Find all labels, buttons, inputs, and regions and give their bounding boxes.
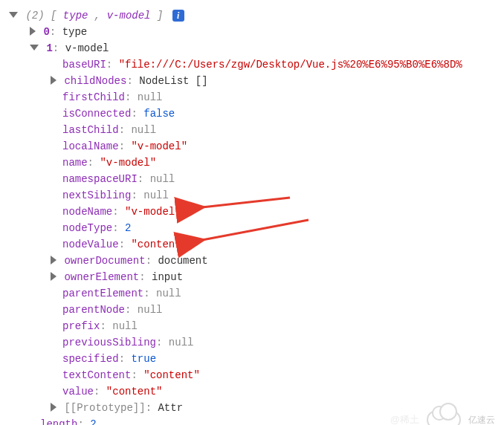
chevron-right-icon[interactable] — [51, 76, 56, 85]
prop-nextsibling[interactable]: nextSibling: null — [9, 187, 495, 204]
chevron-right-icon[interactable] — [51, 403, 56, 412]
prop-namespaceuri[interactable]: namespaceURI: null — [9, 171, 495, 187]
prop-nodetype[interactable]: nodeType: 2 — [9, 220, 495, 236]
array-length-label: (2) — [25, 10, 44, 22]
prop-textcontent[interactable]: textContent: "content" — [9, 367, 495, 383]
array-item-0[interactable]: 0: type — [9, 24, 495, 40]
array-item-1[interactable]: 1: v-model — [9, 40, 495, 56]
chevron-right-icon[interactable] — [30, 27, 36, 36]
prop-firstchild[interactable]: firstChild: null — [9, 89, 495, 106]
array-item-1-value: v-model — [65, 42, 109, 54]
array-item-0-value: type — [62, 26, 88, 38]
info-icon[interactable]: i — [172, 10, 184, 22]
prop-value[interactable]: value: "content" — [9, 383, 495, 400]
prop-parentelement[interactable]: parentElement: null — [9, 285, 495, 302]
prop-previoussibling[interactable]: previousSibling: null — [9, 334, 495, 351]
summary-item-0: type — [63, 10, 88, 22]
chevron-right-icon[interactable] — [51, 256, 56, 265]
summary-item-1: v-model — [107, 10, 151, 22]
prop-localname[interactable]: localName: "v-model" — [9, 138, 495, 155]
prop-specified[interactable]: specified: true — [9, 351, 495, 367]
expand-toggle-icon[interactable] — [30, 45, 39, 51]
prop-parentnode[interactable]: parentNode: null — [9, 302, 495, 318]
expand-toggle-icon[interactable] — [9, 12, 18, 18]
chevron-right-icon[interactable] — [51, 272, 56, 281]
prop-name[interactable]: name: "v-model" — [9, 155, 495, 171]
prop-ownerdocument[interactable]: ownerDocument: document — [9, 253, 495, 269]
prop-ownerelement[interactable]: ownerElement: input — [9, 269, 495, 285]
prop-childnodes[interactable]: childNodes: NodeList [] — [9, 73, 495, 89]
prop-nodename[interactable]: nodeName: "v-model" — [9, 204, 495, 220]
prop-lastchild[interactable]: lastChild: null — [9, 122, 495, 138]
prop-isconnected[interactable]: isConnected: false — [9, 106, 495, 122]
watermark: @稀土 亿速云 — [390, 410, 495, 425]
prop-prefix[interactable]: prefix: null — [9, 318, 495, 334]
array-summary-row[interactable]: (2) [ type , v-model ] i — [9, 7, 495, 24]
prop-nodevalue[interactable]: nodeValue: "content" — [9, 236, 495, 253]
prop-baseuri[interactable]: baseURI: "file:///C:/Users/zgw/Desktop/V… — [9, 56, 495, 73]
cloud-icon — [427, 410, 461, 425]
